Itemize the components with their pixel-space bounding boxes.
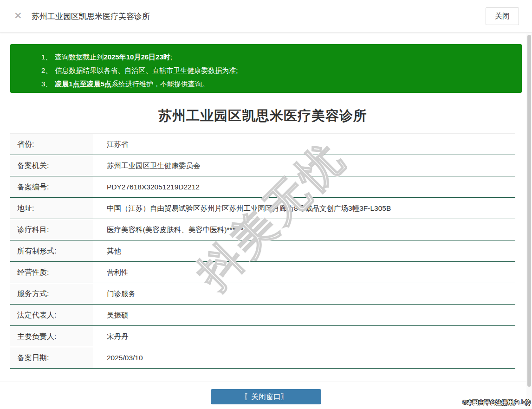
notice-text: 系统进行维护，不能提供查询。 bbox=[111, 80, 209, 88]
row-value: 门诊服务 bbox=[93, 283, 515, 304]
row-label: 所有制形式: bbox=[10, 240, 93, 261]
row-value: 苏州工业园区卫生健康委员会 bbox=[93, 155, 515, 176]
row-value: 中国（江苏）自由贸易试验区苏州片区苏州工业园区月廊街8号诚品文创广场3幢3F-L… bbox=[93, 198, 515, 219]
row-label: 省份: bbox=[10, 134, 93, 155]
table-row: 省份: 江苏省 bbox=[10, 134, 515, 155]
close-x-icon[interactable]: ✕ bbox=[14, 10, 22, 21]
notice-text-bold: 2025年10月26日23时 bbox=[104, 53, 170, 61]
row-label: 经营性质: bbox=[10, 262, 93, 283]
table-row: 备案机关: 苏州工业园区卫生健康委员会 bbox=[10, 155, 515, 176]
table-row: 诊疗科目: 医疗美容科(美容皮肤科、美容中医科)****** bbox=[10, 219, 515, 240]
row-label: 备案编号: bbox=[10, 176, 93, 197]
notice-item-number: 2、 bbox=[41, 66, 52, 74]
row-value: PDY27618X32051219D2212 bbox=[93, 176, 515, 197]
table-row: 服务方式: 门诊服务 bbox=[10, 283, 515, 305]
row-label: 主要负责人: bbox=[10, 326, 93, 347]
row-label: 法定代表人: bbox=[10, 305, 93, 325]
table-row: 地址: 中国（江苏）自由贸易试验区苏州片区苏州工业园区月廊街8号诚品文创广场3幢… bbox=[10, 198, 515, 219]
table-row: 经营性质: 营利性 bbox=[10, 262, 515, 283]
row-label: 诊疗科目: bbox=[10, 219, 93, 240]
notice-item-2: 2、信息数据结果以各省、自治区、直辖市卫生健康委数据为准; bbox=[41, 64, 513, 77]
close-button[interactable]: 关闭 bbox=[486, 7, 519, 25]
row-label: 备案日期: bbox=[10, 347, 93, 368]
page-title: 苏州工业园区凯思米医疗美容诊所 bbox=[10, 107, 515, 125]
table-row: 主要负责人: 宋丹丹 bbox=[10, 326, 515, 347]
row-value: 医疗美容科(美容皮肤科、美容中医科)****** bbox=[93, 219, 515, 240]
table-row: 所有制形式: 其他 bbox=[10, 240, 515, 262]
corner-watermark: ©本图由平台注册用户上传 bbox=[462, 399, 531, 407]
notice-banner: 1、查询数据截止到2025年10月26日23时; 2、信息数据结果以各省、自治区… bbox=[10, 44, 522, 93]
row-value: 2025/03/10 bbox=[93, 347, 515, 368]
row-value: 吴振硕 bbox=[93, 305, 515, 325]
notice-item-number: 1、 bbox=[41, 53, 52, 61]
notice-text: ; bbox=[170, 53, 172, 61]
close-window-button[interactable]: 〖关闭窗口〗 bbox=[211, 389, 321, 404]
row-value: 江苏省 bbox=[93, 134, 515, 155]
notice-item-number: 3、 bbox=[41, 80, 52, 88]
row-value: 营利性 bbox=[93, 262, 515, 283]
row-value: 其他 bbox=[93, 240, 515, 261]
table-row: 备案编号: PDY27618X32051219D2212 bbox=[10, 176, 515, 198]
notice-text: 查询数据截止到 bbox=[55, 53, 104, 61]
window-title: 苏州工业园区凯思米医疗美容诊所 bbox=[32, 11, 150, 22]
notice-text-bold: 凌晨1点至凌晨5点 bbox=[55, 80, 111, 88]
notice-text: 信息数据结果以各省、自治区、直辖市卫生健康委数据为准; bbox=[55, 66, 238, 74]
row-label: 服务方式: bbox=[10, 283, 93, 304]
detail-table: 省份: 江苏省 备案机关: 苏州工业园区卫生健康委员会 备案编号: PDY276… bbox=[10, 133, 515, 369]
table-row: 法定代表人: 吴振硕 bbox=[10, 305, 515, 326]
table-row: 备案日期: 2025/03/10 bbox=[10, 347, 515, 369]
row-value: 宋丹丹 bbox=[93, 326, 515, 347]
notice-item-3: 3、凌晨1点至凌晨5点系统进行维护，不能提供查询。 bbox=[41, 77, 513, 91]
scrollbar-thumb[interactable] bbox=[527, 35, 531, 387]
bottom-divider bbox=[0, 382, 532, 382]
notice-item-1: 1、查询数据截止到2025年10月26日23时; bbox=[41, 50, 513, 64]
row-label: 备案机关: bbox=[10, 155, 93, 176]
scrollbar-track[interactable] bbox=[526, 33, 532, 409]
header-bar: ✕ 苏州工业园区凯思米医疗美容诊所 关闭 bbox=[0, 0, 532, 32]
row-label: 地址: bbox=[10, 198, 93, 219]
